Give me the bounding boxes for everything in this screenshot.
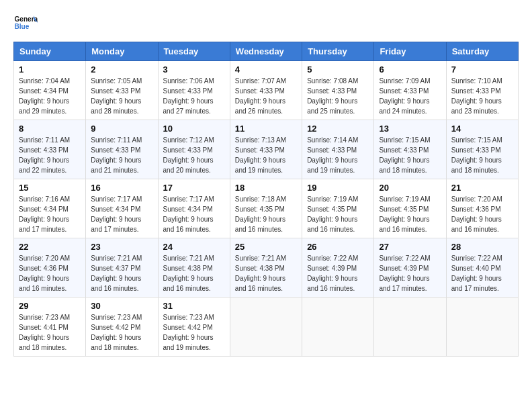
day-number: 7	[451, 64, 513, 75]
day-cell: 7 Sunrise: 7:10 AM Sunset: 4:33 PM Dayli…	[446, 61, 518, 120]
day-number: 10	[163, 124, 225, 134]
day-cell	[374, 298, 446, 357]
day-cell: 20 Sunrise: 7:19 AM Sunset: 4:35 PM Dayl…	[374, 179, 446, 238]
day-cell: 9 Sunrise: 7:11 AM Sunset: 4:33 PM Dayli…	[86, 120, 158, 179]
day-number: 13	[379, 124, 441, 134]
day-info: Sunrise: 7:22 AM Sunset: 4:40 PM Dayligh…	[451, 253, 513, 293]
day-cell: 29 Sunrise: 7:23 AM Sunset: 4:41 PM Dayl…	[14, 298, 86, 357]
day-number: 26	[307, 242, 369, 252]
day-cell: 13 Sunrise: 7:15 AM Sunset: 4:33 PM Dayl…	[374, 120, 446, 179]
day-cell	[302, 298, 374, 357]
day-cell: 6 Sunrise: 7:09 AM Sunset: 4:33 PM Dayli…	[374, 61, 446, 120]
day-number: 23	[91, 242, 152, 252]
col-header-tuesday: Tuesday	[158, 42, 230, 61]
day-info: Sunrise: 7:23 AM Sunset: 4:41 PM Dayligh…	[19, 312, 81, 353]
day-cell: 28 Sunrise: 7:22 AM Sunset: 4:40 PM Dayl…	[446, 238, 518, 298]
day-cell: 10 Sunrise: 7:12 AM Sunset: 4:33 PM Dayl…	[158, 120, 230, 179]
day-info: Sunrise: 7:15 AM Sunset: 4:33 PM Dayligh…	[451, 135, 513, 175]
day-cell: 16 Sunrise: 7:17 AM Sunset: 4:34 PM Dayl…	[86, 179, 158, 238]
day-info: Sunrise: 7:09 AM Sunset: 4:33 PM Dayligh…	[379, 76, 441, 116]
day-number: 30	[91, 301, 152, 311]
day-number: 1	[19, 64, 81, 75]
header-row: SundayMondayTuesdayWednesdayThursdayFrid…	[14, 42, 519, 61]
day-cell: 22 Sunrise: 7:20 AM Sunset: 4:36 PM Dayl…	[14, 238, 86, 298]
col-header-saturday: Saturday	[446, 42, 518, 61]
day-cell: 25 Sunrise: 7:21 AM Sunset: 4:38 PM Dayl…	[230, 238, 302, 298]
day-info: Sunrise: 7:11 AM Sunset: 4:33 PM Dayligh…	[19, 135, 81, 175]
day-number: 4	[235, 64, 297, 75]
day-info: Sunrise: 7:20 AM Sunset: 4:36 PM Dayligh…	[19, 253, 81, 293]
day-info: Sunrise: 7:19 AM Sunset: 4:35 PM Dayligh…	[307, 194, 369, 234]
day-info: Sunrise: 7:21 AM Sunset: 4:38 PM Dayligh…	[235, 253, 297, 293]
day-number: 11	[235, 124, 297, 134]
day-number: 17	[163, 183, 225, 193]
day-cell: 24 Sunrise: 7:21 AM Sunset: 4:38 PM Dayl…	[158, 238, 230, 298]
day-number: 12	[307, 124, 369, 134]
day-info: Sunrise: 7:12 AM Sunset: 4:33 PM Dayligh…	[163, 135, 225, 175]
day-info: Sunrise: 7:07 AM Sunset: 4:33 PM Dayligh…	[235, 76, 297, 116]
day-cell: 1 Sunrise: 7:04 AM Sunset: 4:34 PM Dayli…	[14, 61, 86, 120]
day-info: Sunrise: 7:22 AM Sunset: 4:39 PM Dayligh…	[307, 253, 369, 293]
logo-icon: General Blue	[13, 11, 38, 35]
day-cell	[446, 298, 518, 357]
day-info: Sunrise: 7:10 AM Sunset: 4:33 PM Dayligh…	[451, 76, 513, 116]
day-cell: 8 Sunrise: 7:11 AM Sunset: 4:33 PM Dayli…	[14, 120, 86, 179]
day-cell: 12 Sunrise: 7:14 AM Sunset: 4:33 PM Dayl…	[302, 120, 374, 179]
day-number: 6	[379, 64, 441, 75]
day-cell: 15 Sunrise: 7:16 AM Sunset: 4:34 PM Dayl…	[14, 179, 86, 238]
header: General Blue	[13, 11, 519, 35]
day-info: Sunrise: 7:13 AM Sunset: 4:33 PM Dayligh…	[235, 135, 297, 175]
week-row-1: 1 Sunrise: 7:04 AM Sunset: 4:34 PM Dayli…	[14, 61, 519, 120]
day-cell: 2 Sunrise: 7:05 AM Sunset: 4:33 PM Dayli…	[86, 61, 158, 120]
day-number: 27	[379, 242, 441, 252]
day-number: 28	[451, 242, 513, 252]
day-number: 22	[19, 242, 81, 252]
day-number: 21	[451, 183, 513, 193]
day-info: Sunrise: 7:21 AM Sunset: 4:38 PM Dayligh…	[163, 253, 225, 293]
day-info: Sunrise: 7:17 AM Sunset: 4:34 PM Dayligh…	[91, 194, 152, 234]
day-cell: 26 Sunrise: 7:22 AM Sunset: 4:39 PM Dayl…	[302, 238, 374, 298]
day-number: 31	[163, 301, 225, 311]
calendar-table: SundayMondayTuesdayWednesdayThursdayFrid…	[13, 42, 519, 357]
col-header-friday: Friday	[374, 42, 446, 61]
day-number: 8	[19, 124, 81, 134]
week-row-4: 22 Sunrise: 7:20 AM Sunset: 4:36 PM Dayl…	[14, 238, 519, 298]
day-cell: 5 Sunrise: 7:08 AM Sunset: 4:33 PM Dayli…	[302, 61, 374, 120]
day-info: Sunrise: 7:19 AM Sunset: 4:35 PM Dayligh…	[379, 194, 441, 234]
day-info: Sunrise: 7:15 AM Sunset: 4:33 PM Dayligh…	[379, 135, 441, 175]
day-info: Sunrise: 7:17 AM Sunset: 4:34 PM Dayligh…	[163, 194, 225, 234]
day-info: Sunrise: 7:23 AM Sunset: 4:42 PM Dayligh…	[163, 312, 225, 353]
day-cell: 11 Sunrise: 7:13 AM Sunset: 4:33 PM Dayl…	[230, 120, 302, 179]
day-number: 2	[91, 64, 152, 75]
col-header-monday: Monday	[86, 42, 158, 61]
day-number: 24	[163, 242, 225, 252]
day-info: Sunrise: 7:11 AM Sunset: 4:33 PM Dayligh…	[91, 135, 152, 175]
day-number: 9	[91, 124, 152, 134]
day-info: Sunrise: 7:20 AM Sunset: 4:36 PM Dayligh…	[451, 194, 513, 234]
day-number: 3	[163, 64, 225, 75]
logo: General Blue	[13, 11, 38, 35]
day-cell: 31 Sunrise: 7:23 AM Sunset: 4:42 PM Dayl…	[158, 298, 230, 357]
col-header-sunday: Sunday	[14, 42, 86, 61]
day-info: Sunrise: 7:08 AM Sunset: 4:33 PM Dayligh…	[307, 76, 369, 116]
day-info: Sunrise: 7:14 AM Sunset: 4:33 PM Dayligh…	[307, 135, 369, 175]
day-number: 18	[235, 183, 297, 193]
day-number: 25	[235, 242, 297, 252]
day-info: Sunrise: 7:05 AM Sunset: 4:33 PM Dayligh…	[91, 76, 152, 116]
week-row-2: 8 Sunrise: 7:11 AM Sunset: 4:33 PM Dayli…	[14, 120, 519, 179]
week-row-3: 15 Sunrise: 7:16 AM Sunset: 4:34 PM Dayl…	[14, 179, 519, 238]
day-cell: 30 Sunrise: 7:23 AM Sunset: 4:42 PM Dayl…	[86, 298, 158, 357]
col-header-wednesday: Wednesday	[230, 42, 302, 61]
day-cell: 21 Sunrise: 7:20 AM Sunset: 4:36 PM Dayl…	[446, 179, 518, 238]
day-number: 14	[451, 124, 513, 134]
day-cell: 14 Sunrise: 7:15 AM Sunset: 4:33 PM Dayl…	[446, 120, 518, 179]
day-info: Sunrise: 7:21 AM Sunset: 4:37 PM Dayligh…	[91, 253, 152, 293]
day-info: Sunrise: 7:04 AM Sunset: 4:34 PM Dayligh…	[19, 76, 81, 116]
day-cell: 19 Sunrise: 7:19 AM Sunset: 4:35 PM Dayl…	[302, 179, 374, 238]
day-info: Sunrise: 7:23 AM Sunset: 4:42 PM Dayligh…	[91, 312, 152, 353]
svg-text:Blue: Blue	[14, 23, 29, 30]
col-header-thursday: Thursday	[302, 42, 374, 61]
day-cell: 17 Sunrise: 7:17 AM Sunset: 4:34 PM Dayl…	[158, 179, 230, 238]
day-number: 15	[19, 183, 81, 193]
week-row-5: 29 Sunrise: 7:23 AM Sunset: 4:41 PM Dayl…	[14, 298, 519, 357]
